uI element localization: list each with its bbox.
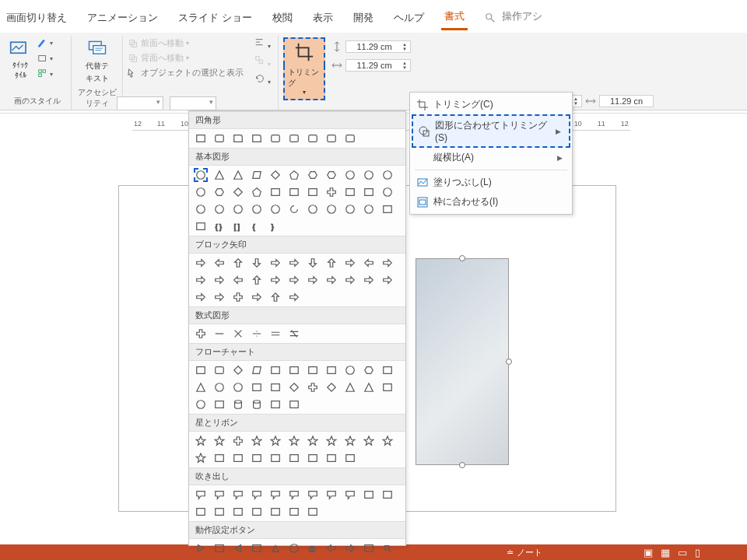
shape-thumb[interactable] xyxy=(250,273,264,287)
shape-thumb[interactable] xyxy=(287,168,301,182)
crop-button[interactable] xyxy=(283,37,325,65)
shape-thumb[interactable] xyxy=(212,202,226,216)
shape-thumb[interactable] xyxy=(362,185,376,199)
shape-thumb[interactable] xyxy=(343,131,357,145)
shape-thumb[interactable] xyxy=(250,397,264,411)
tab-review[interactable]: 校閲 xyxy=(269,9,296,30)
shape-thumb[interactable] xyxy=(231,541,245,555)
shape-thumb[interactable] xyxy=(306,202,320,216)
shape-thumb[interactable] xyxy=(194,202,208,216)
shape-thumb[interactable] xyxy=(381,541,395,555)
picture-layout-icon[interactable]: ▾ xyxy=(37,68,53,79)
shape-thumb[interactable] xyxy=(212,380,226,394)
tab-format[interactable]: 書式 xyxy=(441,7,468,30)
shape-thumb[interactable] xyxy=(324,256,338,270)
shape-thumb[interactable] xyxy=(306,488,320,502)
shape-thumb[interactable] xyxy=(231,273,245,287)
shape-thumb[interactable] xyxy=(194,168,208,182)
shape-thumb[interactable] xyxy=(287,397,301,411)
shape-thumb[interactable] xyxy=(268,488,282,502)
shape-thumb[interactable] xyxy=(306,451,320,465)
selected-picture[interactable] xyxy=(416,258,509,465)
shape-thumb[interactable] xyxy=(268,202,282,216)
dropdown-2[interactable] xyxy=(170,96,216,110)
shape-thumb[interactable] xyxy=(231,488,245,502)
resize-handle[interactable] xyxy=(459,255,465,261)
shape-thumb[interactable] xyxy=(362,380,376,394)
tell-me-search[interactable]: 操作アシ xyxy=(482,5,549,33)
shape-thumb[interactable] xyxy=(306,185,320,199)
shape-thumb[interactable] xyxy=(306,380,320,394)
shape-thumb[interactable] xyxy=(231,380,245,394)
shape-thumb[interactable] xyxy=(212,363,226,377)
shape-thumb[interactable] xyxy=(343,202,357,216)
shape-thumb[interactable] xyxy=(343,380,357,394)
shape-thumb[interactable] xyxy=(250,168,264,182)
shape-thumb[interactable] xyxy=(194,434,208,448)
shape-thumb[interactable] xyxy=(268,397,282,411)
shape-thumb[interactable] xyxy=(343,185,357,199)
shape-thumb[interactable] xyxy=(250,434,264,448)
shape-thumb[interactable] xyxy=(324,273,338,287)
shape-thumb[interactable] xyxy=(381,273,395,287)
shape-thumb[interactable] xyxy=(343,256,357,270)
shape-thumb[interactable] xyxy=(362,363,376,377)
shape-thumb[interactable] xyxy=(324,488,338,502)
shape-thumb[interactable] xyxy=(287,327,301,341)
shape-thumb[interactable] xyxy=(268,185,282,199)
shape-thumb[interactable] xyxy=(287,434,301,448)
shape-thumb[interactable] xyxy=(231,202,245,216)
shape-thumb[interactable] xyxy=(212,434,226,448)
shape-thumb[interactable] xyxy=(231,397,245,411)
shape-thumb[interactable] xyxy=(343,434,357,448)
picture-effects-icon[interactable]: ▾ xyxy=(37,53,53,64)
shape-thumb[interactable] xyxy=(268,363,282,377)
menu-aspect-ratio[interactable]: 縦横比(A) ▶ xyxy=(412,148,570,167)
shape-thumb[interactable] xyxy=(268,434,282,448)
view-reading-icon[interactable]: ▭ xyxy=(678,547,687,558)
shape-thumb[interactable] xyxy=(381,256,395,270)
shape-thumb[interactable] xyxy=(212,541,226,555)
shape-thumb[interactable] xyxy=(250,380,264,394)
shape-thumb[interactable] xyxy=(212,451,226,465)
shape-thumb[interactable] xyxy=(287,185,301,199)
shape-thumb[interactable] xyxy=(362,256,376,270)
shape-thumb[interactable] xyxy=(324,434,338,448)
shape-thumb[interactable] xyxy=(268,290,282,304)
shape-thumb[interactable] xyxy=(362,202,376,216)
shape-thumb[interactable] xyxy=(194,451,208,465)
resize-handle[interactable] xyxy=(459,462,465,468)
shape-thumb[interactable] xyxy=(343,363,357,377)
shape-thumb[interactable] xyxy=(231,290,245,304)
rotate-button[interactable]: ▾ xyxy=(254,73,271,86)
shape-thumb[interactable] xyxy=(250,363,264,377)
shape-thumb[interactable] xyxy=(343,541,357,555)
shape-thumb[interactable] xyxy=(306,434,320,448)
shape-thumb[interactable] xyxy=(231,451,245,465)
shape-thumb[interactable] xyxy=(306,131,320,145)
shape-thumb[interactable] xyxy=(212,273,226,287)
shape-thumb[interactable] xyxy=(250,327,264,341)
shape-thumb[interactable] xyxy=(381,185,395,199)
shape-thumb[interactable] xyxy=(250,290,264,304)
shape-thumb[interactable] xyxy=(287,131,301,145)
shape-thumb[interactable] xyxy=(324,451,338,465)
shape-thumb[interactable] xyxy=(287,202,301,216)
shape-thumb[interactable] xyxy=(212,185,226,199)
shape-thumb[interactable] xyxy=(324,185,338,199)
shape-thumb[interactable] xyxy=(250,131,264,145)
tab-view[interactable]: 表示 xyxy=(310,9,336,30)
shape-thumb[interactable] xyxy=(250,488,264,502)
align-button[interactable]: ▾ xyxy=(254,37,271,51)
shape-thumb[interactable] xyxy=(231,256,245,270)
width-spinner-2[interactable]: 11.29 cn xyxy=(599,95,654,107)
shape-thumb[interactable] xyxy=(268,451,282,465)
spinner-arrows[interactable]: ▲▼ xyxy=(402,42,407,51)
shape-thumb[interactable] xyxy=(212,397,226,411)
shape-thumb[interactable] xyxy=(306,168,320,182)
shape-thumb[interactable] xyxy=(194,131,208,145)
shape-thumb[interactable] xyxy=(250,505,264,519)
tab-dev[interactable]: 開発 xyxy=(350,9,377,30)
height-spinner[interactable]: 11.29 cm ▲▼ xyxy=(345,40,411,53)
shape-thumb[interactable] xyxy=(306,363,320,377)
